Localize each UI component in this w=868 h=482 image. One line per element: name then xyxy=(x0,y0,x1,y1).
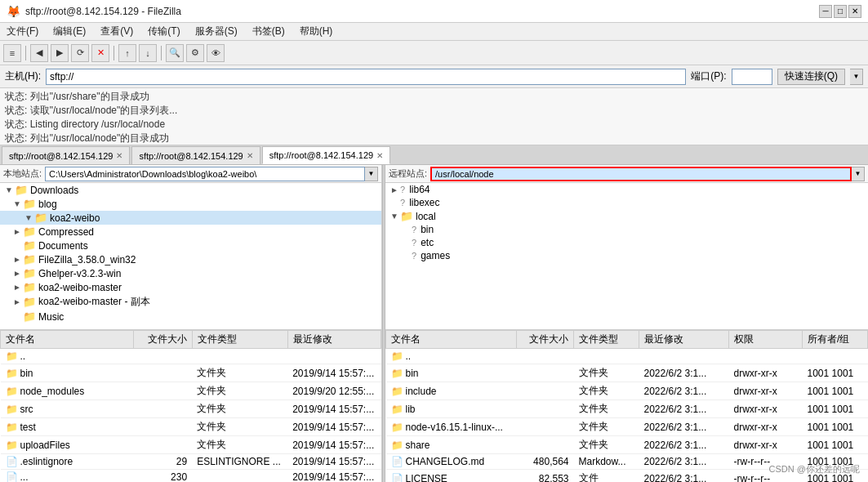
tab-2-close[interactable]: ✕ xyxy=(247,151,253,160)
tab-1[interactable]: sftp://root@8.142.154.129 ✕ xyxy=(2,146,130,164)
tree-item-libexec[interactable]: ? libexec xyxy=(385,196,868,209)
remote-path-dropdown[interactable]: ▼ xyxy=(852,167,865,181)
toolbar-btn-9[interactable]: ⚙ xyxy=(186,44,204,62)
port-input[interactable] xyxy=(732,69,772,85)
remote-col-size[interactable]: 文件大小 xyxy=(517,331,574,349)
table-row[interactable]: 📁uploadFiles 文件夹 2019/9/14 15:57:... xyxy=(1,436,381,454)
tab-2[interactable]: sftp://root@8.142.154.129 ✕ xyxy=(131,146,260,164)
expand-icon[interactable]: ▼ xyxy=(389,212,400,221)
expand-icon[interactable] xyxy=(400,239,412,248)
remote-path-input[interactable] xyxy=(430,167,852,181)
expand-icon[interactable]: ► xyxy=(11,255,23,264)
tree-item-lib64[interactable]: ► ? lib64 xyxy=(385,183,868,196)
menu-help[interactable]: 帮助(H) xyxy=(296,24,336,39)
menu-edit[interactable]: 编辑(E) xyxy=(50,24,89,39)
host-input[interactable] xyxy=(46,69,686,85)
table-row[interactable]: 📁test 文件夹 2019/9/14 15:57:... xyxy=(1,418,381,436)
minimize-button[interactable]: ─ xyxy=(819,5,832,18)
maximize-button[interactable]: □ xyxy=(834,5,847,18)
local-col-size[interactable]: 文件大小 xyxy=(134,331,192,349)
toolbar-btn-5[interactable]: ✕ xyxy=(91,44,109,62)
expand-icon[interactable]: ► xyxy=(389,185,400,194)
file-size-cell xyxy=(134,418,192,436)
table-row[interactable]: 📁.. xyxy=(386,349,868,364)
tree-item-koa2-weibo[interactable]: ▼ 📁 koa2-weibo xyxy=(0,211,381,225)
remote-col-perm[interactable]: 权限 xyxy=(729,331,803,349)
remote-col-type[interactable]: 文件类型 xyxy=(574,331,639,349)
expand-icon[interactable]: ▼ xyxy=(3,185,15,194)
remote-col-date[interactable]: 最近修改 xyxy=(639,331,729,349)
tree-item-local-etc[interactable]: ? etc xyxy=(385,236,868,249)
table-row[interactable]: 📁include 文件夹 2022/6/2 3:1... drwxr-xr-x … xyxy=(386,382,868,400)
toolbar-btn-1[interactable]: ≡ xyxy=(3,44,21,62)
tab-3[interactable]: sftp://root@8.142.154.129 ✕ xyxy=(262,146,390,164)
table-row[interactable]: 📁share 文件夹 2022/6/2 3:1... drwxr-xr-x 10… xyxy=(386,436,868,454)
tree-item-compressed[interactable]: ► 📁 Compressed xyxy=(0,225,381,239)
tree-item-koa2-master-copy[interactable]: ► 📁 koa2-weibo-master - 副本 xyxy=(0,294,381,310)
expand-icon[interactable]: ► xyxy=(11,283,23,292)
window-title: sftp://root@8.142.154.129 - FileZilla xyxy=(25,6,181,17)
expand-icon[interactable] xyxy=(400,252,412,261)
toolbar-btn-6[interactable]: ↑ xyxy=(118,44,136,62)
quick-connect-dropdown[interactable]: ▼ xyxy=(850,69,863,85)
tree-item-filezilla[interactable]: ► 📁 FileZilla_3.58.0_win32 xyxy=(0,252,381,266)
menu-view[interactable]: 查看(V) xyxy=(97,24,136,39)
file-size-cell xyxy=(134,436,192,454)
expand-icon[interactable]: ► xyxy=(11,269,23,278)
expand-icon[interactable]: ► xyxy=(11,227,23,236)
menu-bookmarks[interactable]: 书签(B) xyxy=(249,24,288,39)
expand-icon[interactable]: ▼ xyxy=(23,213,34,222)
toolbar-btn-7[interactable]: ↓ xyxy=(139,44,157,62)
table-row[interactable]: 📄... 230 2019/9/14 15:57:... xyxy=(1,470,381,483)
toolbar-btn-3[interactable]: ▶ xyxy=(51,44,69,62)
expand-icon[interactable] xyxy=(11,312,23,321)
remote-col-name[interactable]: 文件名 xyxy=(386,331,517,349)
menu-server[interactable]: 服务器(S) xyxy=(192,24,241,39)
table-row[interactable]: 📁lib 文件夹 2022/6/2 3:1... drwxr-xr-x 1001… xyxy=(386,400,868,418)
file-size-cell: 29 xyxy=(134,454,192,470)
table-row[interactable]: 📁src 文件夹 2019/9/14 15:57:... xyxy=(1,400,381,418)
tree-label: Downloads xyxy=(30,185,78,196)
tab-3-close[interactable]: ✕ xyxy=(376,151,383,160)
local-col-name[interactable]: 文件名 xyxy=(1,331,134,349)
tree-item-downloads[interactable]: ▼ 📁 Downloads xyxy=(0,183,381,197)
local-path-input[interactable] xyxy=(45,167,365,181)
expand-icon[interactable] xyxy=(389,199,400,208)
expand-icon[interactable]: ▼ xyxy=(11,199,23,208)
menu-transfer[interactable]: 传输(T) xyxy=(145,24,183,39)
tree-item-music[interactable]: 📁 Music xyxy=(0,310,381,324)
file-perm-cell: drwxr-xr-x xyxy=(729,382,803,400)
table-row[interactable]: 📁bin 文件夹 2022/6/2 3:1... drwxr-xr-x 1001… xyxy=(386,364,868,382)
folder-icon: 📁 xyxy=(23,296,36,308)
menu-file[interactable]: 文件(F) xyxy=(3,24,42,39)
tree-item-blog[interactable]: ▼ 📁 blog xyxy=(0,197,381,211)
file-name-cell: 📁src xyxy=(1,400,134,418)
expand-icon[interactable] xyxy=(11,241,23,250)
table-row[interactable]: 📄.eslintignore 29 ESLINTIGNORE ... 2019/… xyxy=(1,454,381,470)
local-path-dropdown[interactable]: ▼ xyxy=(365,167,378,181)
tree-item-local-games[interactable]: ? games xyxy=(385,249,868,262)
table-row[interactable]: 📁.. xyxy=(1,349,381,364)
tree-item-koa2-master[interactable]: ► 📁 koa2-weibo-master xyxy=(0,280,381,294)
quick-connect-button[interactable]: 快速连接(Q) xyxy=(777,69,845,85)
tree-item-local[interactable]: ▼ 📁 local xyxy=(385,209,868,223)
table-row[interactable]: 📁node_modules 文件夹 2019/9/20 12:55:... xyxy=(1,382,381,400)
file-type-cell: 文件夹 xyxy=(574,364,639,382)
table-row[interactable]: 📁node-v16.15.1-linux-... 文件夹 2022/6/2 3:… xyxy=(386,418,868,436)
tree-item-local-bin[interactable]: ? bin xyxy=(385,223,868,236)
local-col-type[interactable]: 文件类型 xyxy=(192,331,287,349)
toolbar-btn-10[interactable]: 👁 xyxy=(207,44,225,62)
tree-item-documents[interactable]: 📁 Documents xyxy=(0,239,381,252)
question-icon: ? xyxy=(400,198,405,208)
tab-1-close[interactable]: ✕ xyxy=(116,151,122,160)
toolbar-btn-4[interactable]: ⟳ xyxy=(71,44,89,62)
close-button[interactable]: ✕ xyxy=(848,5,861,18)
expand-icon[interactable] xyxy=(400,225,412,234)
remote-col-owner[interactable]: 所有者/组 xyxy=(803,331,868,349)
local-col-date[interactable]: 最近修改 xyxy=(287,331,381,349)
tree-item-ghelper[interactable]: ► 📁 Ghelper-v3.2.3-win xyxy=(0,266,381,280)
expand-icon[interactable]: ► xyxy=(11,297,23,306)
toolbar-btn-8[interactable]: 🔍 xyxy=(166,44,184,62)
table-row[interactable]: 📁bin 文件夹 2019/9/14 15:57:... xyxy=(1,364,381,382)
toolbar-btn-2[interactable]: ◀ xyxy=(30,44,48,62)
